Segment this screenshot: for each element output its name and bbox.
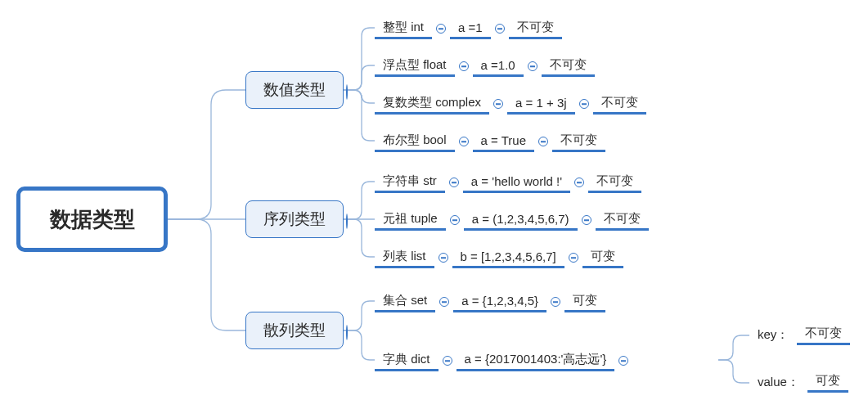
category-label: 序列类型 [263, 209, 326, 230]
collapse-icon[interactable] [534, 137, 552, 146]
mutability-label: 不可变 [593, 93, 646, 115]
dict-key-label: key： [749, 324, 797, 345]
collapse-icon[interactable] [491, 24, 509, 34]
category-label: 散列类型 [263, 320, 326, 341]
type-label: 列表 list [375, 247, 434, 268]
leaf-row: 复数类型 complex a = 1 + 3j 不可变 [375, 92, 646, 116]
mutability-label: 可变 [564, 291, 605, 312]
collapse-icon[interactable] [578, 215, 596, 225]
root-title: 数据类型 [50, 205, 135, 234]
example-value: a =1 [450, 18, 491, 39]
leaf-row: 元祖 tuple a = (1,2,3,4,5,6,7) 不可变 [375, 208, 649, 232]
type-label: 集合 set [375, 291, 435, 312]
type-label: 元祖 tuple [375, 209, 446, 231]
category-hash[interactable]: 散列类型 [245, 312, 344, 349]
mutability-label: 可变 [582, 247, 623, 268]
category-numeric[interactable]: 数值类型 [245, 71, 344, 109]
type-label: 字符串 str [375, 172, 445, 193]
leaf-row: 集合 set a = {1,2,3,4,5} 可变 [375, 290, 605, 314]
example-value: a = 'hello world !' [463, 172, 570, 193]
mutability-label: 不可变 [509, 18, 562, 39]
collapse-icon[interactable] [346, 326, 348, 340]
type-label: 布尔型 bool [375, 131, 455, 152]
collapse-icon[interactable] [432, 24, 450, 34]
type-label: 浮点型 float [375, 56, 455, 77]
leaf-row: 整型 int a =1 不可变 [375, 16, 562, 41]
collapse-icon[interactable] [346, 85, 348, 100]
type-label: 整型 int [375, 18, 432, 39]
example-value: a = {1,2,3,4,5} [453, 291, 546, 312]
mutability-label: 不可变 [596, 209, 649, 231]
dict-key-mutability: 不可变 [797, 324, 850, 345]
collapse-icon[interactable] [434, 253, 452, 263]
leaf-row: 布尔型 bool a = True 不可变 [375, 129, 605, 154]
example-value: b = [1,2,3,4,5,6,7] [452, 247, 564, 268]
collapse-icon[interactable] [564, 253, 582, 263]
dict-value-row: value： 可变 [749, 371, 848, 393]
dict-value-label: value： [749, 371, 807, 393]
collapse-icon[interactable] [446, 215, 464, 225]
example-value: a = 1 + 3j [507, 93, 575, 115]
collapse-icon[interactable] [346, 214, 348, 229]
type-label: 复数类型 complex [375, 93, 489, 115]
example-value: a = True [473, 131, 534, 152]
collapse-icon[interactable] [435, 297, 453, 307]
collapse-icon[interactable] [614, 356, 632, 366]
leaf-row: 浮点型 float a =1.0 不可变 [375, 54, 595, 79]
category-label: 数值类型 [263, 79, 326, 101]
leaf-row: 字典 dict a = {2017001403:'高志远'} [375, 348, 632, 373]
dict-value-mutability: 可变 [807, 371, 848, 393]
leaf-row: 列表 list b = [1,2,3,4,5,6,7] 可变 [375, 245, 623, 270]
leaf-row: 字符串 str a = 'hello world !' 不可变 [375, 170, 641, 195]
category-sequence[interactable]: 序列类型 [245, 200, 344, 238]
collapse-icon[interactable] [524, 61, 542, 71]
collapse-icon[interactable] [575, 99, 593, 109]
root-node: 数据类型 [16, 187, 168, 252]
collapse-icon[interactable] [546, 297, 564, 307]
mutability-label: 不可变 [552, 131, 605, 152]
collapse-icon[interactable] [445, 178, 463, 187]
example-value: a = {2017001403:'高志远'} [456, 350, 615, 371]
mutability-label: 不可变 [542, 56, 595, 77]
collapse-icon[interactable] [455, 61, 473, 71]
dict-key-row: key： 不可变 [749, 324, 850, 345]
collapse-icon[interactable] [570, 178, 588, 187]
collapse-icon[interactable] [489, 99, 507, 109]
example-value: a = (1,2,3,4,5,6,7) [464, 209, 578, 231]
example-value: a =1.0 [473, 56, 524, 77]
collapse-icon[interactable] [438, 356, 456, 366]
type-label: 字典 dict [375, 350, 438, 371]
collapse-icon[interactable] [455, 137, 473, 146]
mutability-label: 不可变 [588, 172, 641, 193]
